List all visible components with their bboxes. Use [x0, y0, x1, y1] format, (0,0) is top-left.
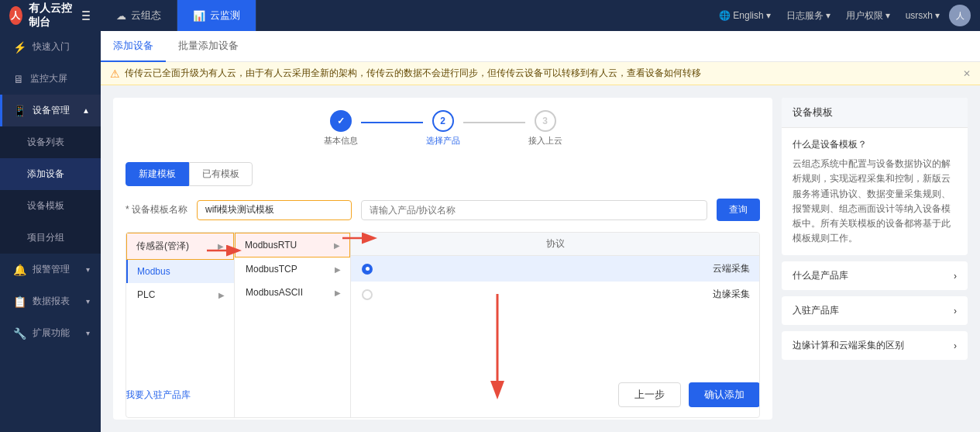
- page-tab-adddev[interactable]: 添加设备: [101, 31, 166, 62]
- dropdown-item-modbustcp[interactable]: ModbusTCP ▶: [235, 257, 350, 281]
- radio-edgecollect: [362, 289, 373, 300]
- language-selector[interactable]: 🌐 English ▾: [713, 7, 776, 24]
- step-connector-2: [463, 122, 525, 123]
- template-tabs: 新建模板 已有模板: [126, 162, 760, 186]
- joinproduct-link[interactable]: 入驻产品库 ›: [782, 296, 968, 325]
- dropdown-container: 传感器(管泽) ▶ Modbus PLC ▶: [126, 232, 760, 375]
- devicemgmt-icon: 📱: [13, 105, 26, 117]
- difference-arrow: ›: [954, 340, 957, 351]
- dropdown-item-plc[interactable]: PLC ▶: [126, 283, 234, 306]
- alert-close-button[interactable]: ✕: [963, 68, 971, 79]
- user-arrow: ▾: [935, 10, 940, 21]
- right-card-productlib: 什么是产品库 ›: [782, 261, 968, 290]
- user-quota[interactable]: 用户权限 ▾: [840, 6, 896, 26]
- sidebar-item-devicemgmt[interactable]: 📱 设备管理 ▲: [0, 95, 101, 126]
- modbustcp-arrow: ▶: [335, 265, 341, 274]
- left-panel: ✓ 基本信息 2 选择产品 3: [113, 98, 772, 420]
- dropdown-item-sensor[interactable]: 传感器(管泽) ▶: [126, 233, 234, 260]
- step-uploadcloud: 3 接入上云: [528, 110, 562, 147]
- sidebar-item-projgroup[interactable]: 项目分组: [0, 222, 101, 254]
- page-tab-batchadd[interactable]: 批量添加设备: [166, 31, 251, 62]
- productlib-arrow: ›: [954, 271, 957, 282]
- edgecollect-label: 边缘采集: [713, 288, 750, 301]
- nav-tab-yunzutai[interactable]: ☁ 云组态: [101, 0, 177, 31]
- page-tab-batchadd-label: 批量添加设备: [178, 39, 239, 53]
- whatistemplate-title: 什么是设备模板？: [793, 137, 957, 152]
- user-menu[interactable]: usrsxh ▾: [899, 7, 946, 24]
- sidebar-item-adddev[interactable]: 添加设备: [0, 158, 101, 190]
- query-button[interactable]: 查询: [717, 199, 760, 221]
- dropdown-col-1: 传感器(管泽) ▶ Modbus PLC ▶: [126, 233, 235, 417]
- sidebar-item-monitor-label: 监控大屏: [30, 72, 67, 85]
- difference-label: 边缘计算和云端采集的区别: [793, 339, 904, 352]
- expand-arrow: ▾: [86, 329, 90, 337]
- dropdown-item-edgecollect[interactable]: 边缘采集: [351, 282, 759, 307]
- sidebar-item-quickstart[interactable]: ⚡ 快速入门: [0, 31, 101, 63]
- sidebar-item-datareport[interactable]: 📋 数据报表 ▾: [0, 285, 101, 317]
- step-basicinfo-label: 基本信息: [324, 135, 358, 147]
- sidebar-item-devtemplate[interactable]: 设备模板: [0, 190, 101, 222]
- whatistemplate-body: 云组态系统中配置与设备数据协议的解析规则，实现远程采集和控制，新版云服务将通讯协…: [793, 157, 957, 246]
- user-label: usrsxh: [906, 10, 933, 21]
- page-tabs-bar: 添加设备 批量添加设备: [101, 31, 980, 62]
- step-selectprod-label: 选择产品: [426, 135, 460, 147]
- logo-area: 人 有人云控制台: [0, 2, 101, 29]
- dropdown-col-2: ModbusRTU ▶ ModbusTCP ▶ ModbusASCII ▶: [235, 233, 351, 417]
- sidebar-item-devicemgmt-label: 设备管理: [33, 104, 70, 117]
- sidebar-item-adddev-label: 添加设备: [27, 168, 64, 181]
- step-uploadcloud-num: 3: [542, 116, 548, 126]
- modbusascii-arrow: ▶: [335, 289, 341, 297]
- right-card-devtemplate-body: 什么是设备模板？ 云组态系统中配置与设备数据协议的解析规则，实现远程采集和控制，…: [782, 128, 968, 255]
- lang-icon: 🌐: [719, 10, 731, 21]
- sidebar-item-expand[interactable]: 🔧 扩展功能 ▾: [0, 317, 101, 349]
- right-card-devtemplate: 设备模板 什么是设备模板？ 云组态系统中配置与设备数据协议的解析规则，实现远程采…: [782, 98, 968, 255]
- step-connector-1: [361, 122, 423, 123]
- datareport-arrow: ▾: [86, 297, 90, 306]
- step-selectprod: 2 选择产品: [426, 110, 460, 147]
- nav-tab-yunjiance[interactable]: 📊 云监测: [177, 0, 256, 31]
- right-card-difference: 边缘计算和云端采集的区别 ›: [782, 331, 968, 360]
- template-tab-exist[interactable]: 已有模板: [189, 162, 253, 186]
- radio-cloudcollect: [362, 264, 373, 275]
- top-bar: 人 有人云控制台 ☁ 云组态 📊 云监测 🌐 English ▾ 日志服: [0, 0, 980, 31]
- product-search-input[interactable]: [361, 200, 707, 220]
- lang-label: English: [733, 10, 763, 21]
- template-name-input[interactable]: [197, 200, 352, 220]
- productlib-link[interactable]: 什么是产品库 ›: [782, 261, 968, 290]
- dropdown-item-modbusascii[interactable]: ModbusASCII ▶: [235, 281, 350, 304]
- page-tab-adddev-label: 添加设备: [113, 39, 153, 53]
- log-arrow: ▾: [826, 10, 830, 21]
- modbustcp-label: ModbusTCP: [246, 264, 297, 275]
- sidebar-item-datareport-label: 数据报表: [33, 295, 70, 308]
- sidebar-item-expand-label: 扩展功能: [33, 327, 70, 340]
- hamburger-icon[interactable]: [81, 9, 91, 22]
- sidebar-item-devtemplate-label: 设备模板: [27, 199, 64, 213]
- template-tab-new-label: 新建模板: [139, 168, 176, 179]
- user-avatar[interactable]: 人: [949, 5, 971, 26]
- step-uploadcloud-label: 接入上云: [528, 135, 562, 147]
- devicemgmt-arrow: ▲: [82, 106, 90, 115]
- template-name-label: * 设备模板名称: [126, 203, 187, 216]
- plc-label: PLC: [137, 289, 155, 300]
- steps: ✓ 基本信息 2 选择产品 3: [126, 110, 760, 147]
- step-basicinfo-circle: ✓: [330, 110, 352, 132]
- sidebar-item-monitor[interactable]: 🖥 监控大屏: [0, 63, 101, 95]
- sidebar-item-devlist[interactable]: 设备列表: [0, 126, 101, 158]
- monitor-icon: 📊: [193, 10, 205, 22]
- dropdown-item-cloudcollect[interactable]: 云端采集: [351, 256, 759, 282]
- dropdown-item-modbus[interactable]: Modbus: [126, 260, 234, 283]
- template-name-row: * 设备模板名称 查询: [126, 199, 760, 221]
- col3-header: 协议: [351, 233, 759, 256]
- difference-link[interactable]: 边缘计算和云端采集的区别 ›: [782, 331, 968, 360]
- alert-bar: ⚠ 传传云已全面升级为有人云，由于有人云采用全新的架构，传传云的数据不会进行同步…: [101, 62, 980, 85]
- quota-arrow: ▾: [885, 10, 890, 21]
- modbusascii-label: ModbusASCII: [246, 287, 303, 298]
- step-selectprod-num: 2: [440, 116, 445, 126]
- template-tab-new[interactable]: 新建模板: [126, 162, 189, 186]
- nav-tab-yunjiance-label: 云监测: [210, 9, 240, 22]
- sidebar-item-alarm[interactable]: 🔔 报警管理 ▾: [0, 254, 101, 285]
- log-service[interactable]: 日志服务 ▾: [780, 6, 837, 26]
- cloudcollect-label: 云端采集: [713, 262, 750, 275]
- alert-text: 传传云已全面升级为有人云，由于有人云采用全新的架构，传传云的数据不会进行同步，但…: [125, 67, 701, 80]
- dropdown-item-modbusrtu[interactable]: ModbusRTU ▶: [235, 233, 350, 257]
